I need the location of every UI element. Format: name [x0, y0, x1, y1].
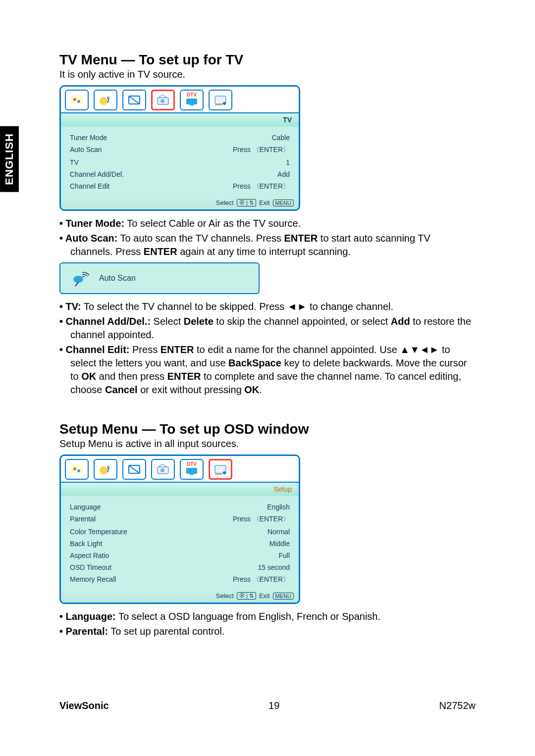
osd-setup-menu: ♫ DTV Setup Language [59, 454, 300, 604]
menu-value: Press 〈ENTER〉 [233, 182, 290, 191]
menu-label: OSD Timeout [70, 563, 111, 571]
svg-rect-10 [190, 104, 194, 105]
svg-point-2 [77, 100, 80, 103]
picture-icon[interactable] [65, 90, 89, 110]
menu-row-language[interactable]: Language English [70, 501, 290, 513]
svg-rect-25 [186, 468, 197, 474]
svg-rect-28 [215, 474, 222, 475]
menu-label: Parental [70, 515, 96, 524]
osd-footer: Select ⦿ | ⇅ Exit MENU [61, 590, 299, 603]
menu-row-aspect-ratio[interactable]: Aspect Ratio Full [70, 550, 290, 561]
osd-tv-menu: ♫ DTV TV Tuner Mode Cable Auto Sca [59, 85, 300, 211]
audio-icon[interactable]: ♫ [94, 90, 117, 110]
autoscan-label: Auto Scan [99, 274, 136, 283]
svg-point-24 [160, 468, 164, 472]
menu-row-channel-edit[interactable]: Channel Edit Press 〈ENTER〉 [70, 180, 290, 193]
menu-value: Full [278, 552, 290, 559]
menu-row-tuner-mode[interactable]: Tuner Mode Cable [70, 132, 290, 144]
svg-point-14 [73, 276, 83, 283]
menu-label: Language [70, 503, 101, 511]
menu-label: Back Light [70, 540, 102, 548]
footer-exit-label: Exit [259, 199, 270, 206]
dtv-icon[interactable]: DTV [180, 90, 204, 110]
nav-keys-icon: ⦿ | ⇅ [237, 592, 256, 600]
nav-keys-icon: ⦿ | ⇅ [237, 199, 256, 206]
menu-label: Channel Edit [70, 182, 109, 191]
menu-row-channel-adddel[interactable]: Channel Add/Del. Add [70, 168, 290, 180]
menu-row-tv[interactable]: TV 1 [70, 156, 290, 168]
menu-value: Add [277, 170, 290, 178]
menu-label: Color Temperature [70, 528, 127, 536]
osd-tab-strip: ♫ DTV [61, 456, 299, 483]
bullet-channel-adddel: Channel Add/Del.: Select Delete to skip … [59, 315, 476, 342]
svg-point-1 [73, 98, 76, 101]
menu-value: Normal [268, 528, 290, 536]
footer-select-label: Select [216, 199, 234, 206]
svg-text:♫: ♫ [107, 95, 110, 100]
svg-line-15 [75, 282, 78, 286]
osd-section-label: Setup [61, 483, 299, 496]
svg-point-13 [223, 102, 226, 105]
svg-rect-0 [71, 96, 83, 104]
menu-label: Aspect Ratio [70, 552, 109, 559]
screen-icon[interactable] [122, 90, 146, 110]
bullet-channel-edit: Channel Edit: Press ENTER to edit a name… [59, 343, 476, 397]
setup-icon[interactable] [209, 90, 232, 110]
screen-icon[interactable] [122, 459, 146, 480]
menu-key-icon: MENU [273, 593, 294, 600]
menu-key-icon: MENU [273, 200, 294, 206]
autoscan-box: Auto Scan [59, 262, 260, 294]
menu-row-parental[interactable]: Parental Press 〈ENTER〉 [70, 513, 290, 526]
menu-row-color-temp[interactable]: Color Temperature Normal [70, 526, 290, 538]
menu-label: Tuner Mode [70, 134, 107, 142]
menu-value: Cable [271, 134, 290, 142]
audio-icon[interactable]: ♫ [94, 459, 117, 480]
menu-value: Middle [269, 540, 290, 548]
section1-intro: It is only active in TV source. [59, 69, 476, 80]
menu-value: 15 second [258, 563, 290, 571]
tv-icon[interactable] [151, 90, 175, 110]
menu-value: Press 〈ENTER〉 [233, 146, 290, 154]
bullet-tv: TV: To select the TV channel to be skipp… [59, 300, 476, 313]
menu-row-memory-recall[interactable]: Memory Recall Press 〈ENTER〉 [70, 573, 290, 586]
page-footer: ViewSonic 19 N2752w [59, 700, 476, 711]
bullet-auto-scan: Auto Scan: To auto scan the TV channels.… [59, 232, 476, 258]
section2-bullets: Language: To select a OSD language from … [59, 610, 476, 638]
model-label: N2752w [439, 700, 476, 711]
menu-value: English [267, 503, 290, 511]
svg-rect-9 [186, 99, 197, 104]
osd-section-label: TV [61, 113, 299, 127]
osd-tab-strip: ♫ DTV [61, 87, 299, 113]
dtv-icon[interactable]: DTV [180, 459, 204, 480]
section1-heading: TV Menu — To set up for TV [59, 52, 476, 68]
menu-row-auto-scan[interactable]: Auto Scan Press 〈ENTER〉 [70, 144, 290, 156]
section1-bullets: Tuner Mode: To select Cable or Air as th… [59, 217, 476, 258]
menu-label: Auto Scan [70, 146, 102, 154]
menu-label: Memory Recall [70, 575, 116, 584]
section2-intro: Setup Menu is active in all input source… [59, 438, 476, 450]
menu-value: Press 〈ENTER〉 [233, 575, 290, 584]
svg-rect-26 [190, 474, 194, 475]
footer-select-label: Select [216, 592, 234, 600]
satellite-icon [70, 269, 90, 287]
menu-row-back-light[interactable]: Back Light Middle [70, 538, 290, 550]
menu-label: TV [70, 158, 79, 166]
svg-point-18 [77, 469, 80, 472]
menu-label: Channel Add/Del. [70, 170, 124, 178]
menu-value: Press 〈ENTER〉 [233, 515, 290, 524]
menu-value: 1 [286, 158, 290, 166]
bullet-tuner-mode: Tuner Mode: To select Cable or Air as th… [59, 217, 476, 230]
brand-label: ViewSonic [59, 700, 109, 711]
setup-icon[interactable] [209, 459, 232, 480]
osd-footer: Select ⦿ | ⇅ Exit MENU [61, 197, 299, 209]
tv-icon[interactable] [151, 459, 175, 480]
language-side-tab: ENGLISH [0, 126, 19, 192]
svg-rect-12 [215, 104, 222, 105]
page-number: 19 [268, 700, 279, 711]
menu-row-osd-timeout[interactable]: OSD Timeout 15 second [70, 561, 290, 573]
svg-rect-16 [71, 465, 83, 474]
svg-point-8 [160, 99, 164, 103]
section1-bullets-b: TV: To select the TV channel to be skipp… [59, 300, 476, 397]
footer-exit-label: Exit [259, 592, 270, 600]
picture-icon[interactable] [65, 459, 89, 480]
